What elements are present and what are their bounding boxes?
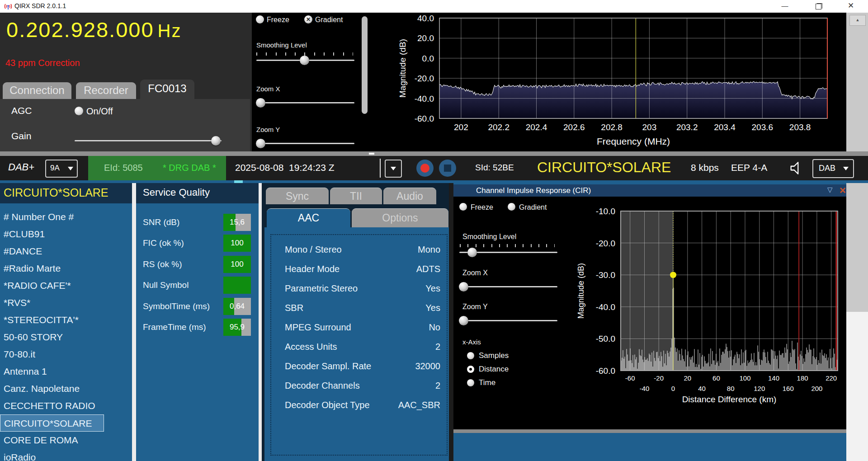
cir-plot[interactable]: -10.0-20.0-30.0-40.0-50.0-60.0-60-40-200… xyxy=(566,197,846,428)
record-button[interactable] xyxy=(416,160,434,177)
service-name: CIRCUITO*SOLARE xyxy=(537,159,671,176)
spectrum-gradient-label: Gradient xyxy=(315,16,343,24)
tab-sync[interactable]: Sync xyxy=(266,188,329,204)
station-item[interactable]: #Radio Marte xyxy=(0,260,132,277)
cir-freeze-radio[interactable] xyxy=(459,203,467,211)
spectrum-smoothing-slider[interactable] xyxy=(256,56,354,65)
cir-zoomy-label: Zoom Y xyxy=(462,303,488,311)
svg-text:-20: -20 xyxy=(654,374,664,382)
cir-zoomx-slider[interactable] xyxy=(459,282,557,291)
spectrum-freeze-radio[interactable] xyxy=(256,15,264,24)
panel-separator[interactable] xyxy=(132,183,136,461)
decoder-row-value: No xyxy=(429,320,440,335)
spectrum-gradient-radio[interactable]: ✕ xyxy=(304,15,312,24)
svg-text:203.2: 203.2 xyxy=(676,122,698,132)
xaxis-option-label: Samples xyxy=(479,351,509,360)
bitrate: 8 kbps xyxy=(691,162,719,173)
cir-bottom-strip xyxy=(453,429,846,433)
expand-dropdown-button[interactable] xyxy=(385,160,402,178)
window-scrollbar-thumb[interactable] xyxy=(846,312,868,461)
tab-tii[interactable]: TII xyxy=(330,188,382,204)
svg-text:20: 20 xyxy=(684,374,691,382)
svg-text:-10.0: -10.0 xyxy=(596,207,615,216)
xaxis-radio-time[interactable] xyxy=(467,379,474,386)
station-item[interactable]: #CLUB91 xyxy=(0,226,132,243)
quality-bar: 95,9 xyxy=(223,319,251,336)
xaxis-option-label: Time xyxy=(479,378,495,387)
svg-text:-60.0: -60.0 xyxy=(415,114,434,123)
decoder-row-value: Yes xyxy=(425,281,440,296)
decoder-row-label: Mono / Stereo xyxy=(285,242,342,257)
quality-row-label: FrameTime (ms) xyxy=(143,319,206,336)
station-item[interactable]: *STEREOCITTA'* xyxy=(0,311,132,329)
cir-zoomy-slider[interactable] xyxy=(459,316,557,325)
tab-options[interactable]: Options xyxy=(352,208,448,227)
station-item[interactable]: Canz. Napoletane xyxy=(0,380,132,397)
station-item[interactable]: CECCHETTO RADIO xyxy=(0,397,132,414)
station-item[interactable]: CIRCUITO*SOLARE xyxy=(0,414,104,432)
cir-smoothing-slider[interactable] xyxy=(459,248,557,257)
spectrum-zoomx-slider[interactable] xyxy=(256,98,354,107)
stop-button[interactable] xyxy=(439,160,456,177)
svg-text:203.6: 203.6 xyxy=(752,122,774,132)
horizontal-splitter[interactable] xyxy=(0,151,868,156)
svg-text:0.0: 0.0 xyxy=(422,54,434,63)
speaker-icon[interactable] xyxy=(788,160,804,176)
decoder-row-value: 32000 xyxy=(415,358,440,374)
ensemble-name: * DRG DAB * xyxy=(163,163,216,173)
scrollbar-up-button[interactable]: ▲ xyxy=(849,15,866,26)
xaxis-radio-samples[interactable] xyxy=(467,352,474,359)
svg-text:-20.0: -20.0 xyxy=(415,74,434,83)
svg-text:80: 80 xyxy=(727,385,735,392)
output-mode-dropdown[interactable]: DAB xyxy=(812,159,854,178)
control-panel-scrollbar[interactable] xyxy=(362,16,368,114)
minimize-button[interactable]: — xyxy=(775,0,795,13)
tab-connection[interactable]: Connection xyxy=(3,82,71,99)
cir-xaxis-label: x-Axis xyxy=(462,338,481,346)
station-item[interactable]: *RVS* xyxy=(0,294,132,311)
spectrum-plot[interactable]: 40.020.00.0-20.0-40.0-60.0202202.2202.42… xyxy=(369,13,846,151)
cir-collapse-icon[interactable]: ▽ xyxy=(827,186,833,194)
decoder-row-value: Yes xyxy=(425,300,440,315)
agc-label: AGC xyxy=(11,105,32,116)
tab-audio[interactable]: Audio xyxy=(383,188,436,204)
svg-text:160: 160 xyxy=(783,385,794,392)
dab-status-bar: DAB+ 9A EId: 5085 * DRG DAB * 2025-08-08… xyxy=(0,156,868,180)
quality-row-label: Null Symbol xyxy=(143,277,189,294)
decoder-row-value: Mono xyxy=(418,242,440,257)
record-icon xyxy=(420,164,429,173)
aac-tab-content: Mono / StereoMonoHeader ModeADTSParametr… xyxy=(264,227,449,461)
station-item[interactable]: #DANCE xyxy=(0,243,132,260)
svg-text:20.0: 20.0 xyxy=(417,33,434,43)
station-item[interactable]: # Number One # xyxy=(0,208,132,226)
close-button[interactable]: ✕ xyxy=(841,0,861,13)
cir-close-icon[interactable]: ✕ xyxy=(839,185,846,196)
current-service-title: CIRCUITO*SOLARE xyxy=(4,186,108,199)
cir-gradient-radio[interactable] xyxy=(508,203,515,211)
station-item[interactable]: *RADIO CAFE'* xyxy=(0,277,132,294)
tab-fc0013[interactable]: FC0013 xyxy=(140,80,194,99)
svg-text:-20.0: -20.0 xyxy=(596,239,615,248)
quality-bar-value: 100 xyxy=(223,235,251,252)
svg-text:40: 40 xyxy=(698,385,706,392)
window-scrollbar-track[interactable] xyxy=(846,13,868,151)
cir-body: Freeze Gradient Smoothing Level Zoom X Z… xyxy=(453,197,846,429)
channel-dropdown[interactable]: 9A xyxy=(45,160,78,178)
tab-aac[interactable]: AAC xyxy=(267,208,350,230)
gain-slider[interactable] xyxy=(75,136,222,145)
tab-recorder[interactable]: Recorder xyxy=(76,82,136,99)
agc-radio[interactable] xyxy=(75,107,83,115)
restore-button[interactable] xyxy=(808,0,828,13)
spectrum-zoomy-slider[interactable] xyxy=(256,139,354,148)
station-item[interactable]: 50-60 STORY xyxy=(0,329,132,346)
station-item[interactable]: Antenna 1 xyxy=(0,363,132,380)
panel-separator[interactable] xyxy=(259,183,262,461)
service-list-header: CIRCUITO*SOLARE xyxy=(0,183,132,203)
svg-text:202.8: 202.8 xyxy=(601,122,623,132)
splitter-handle[interactable] xyxy=(369,153,374,155)
station-item[interactable]: 70-80.it xyxy=(0,346,132,363)
xaxis-radio-distance[interactable] xyxy=(467,366,474,373)
station-item[interactable]: CORE DE ROMA xyxy=(0,432,132,449)
station-item[interactable]: ioRadio xyxy=(0,449,132,461)
cir-header: Channel Impulse Response (CIR) ▽ ✕ xyxy=(453,184,846,197)
